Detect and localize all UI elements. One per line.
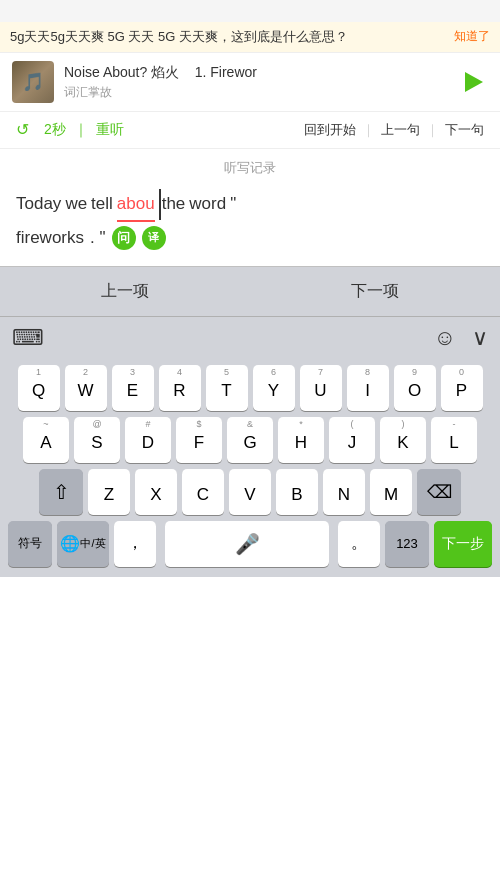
next-sentence[interactable]: 下一句: [445, 121, 484, 139]
key-h[interactable]: *H: [278, 417, 324, 463]
word-quote-open: ": [230, 189, 236, 220]
key-row-4: 符号🌐 中/英，🎤。123下一步: [4, 521, 496, 567]
key-y[interactable]: 6Y: [253, 365, 295, 411]
dictation-title: 听写记录: [16, 159, 484, 177]
shift-key[interactable]: ⇧: [39, 469, 83, 515]
status-bar: [0, 0, 500, 22]
key-v[interactable]: V: [229, 469, 271, 515]
word-today: Today: [16, 189, 61, 220]
key-o[interactable]: 9O: [394, 365, 436, 411]
key-k[interactable]: )K: [380, 417, 426, 463]
nav-controls: 回到开始 ｜ 上一句 ｜ 下一句: [304, 121, 484, 139]
word-word: word: [189, 189, 226, 220]
listen-again-button[interactable]: 重听: [96, 121, 124, 139]
comma-key[interactable]: ，: [114, 521, 156, 567]
audio-thumb-image: [12, 61, 54, 103]
key-w[interactable]: 2W: [65, 365, 107, 411]
play-icon: [465, 72, 483, 92]
dictation-line1: Today we tell abou the word ": [16, 189, 484, 222]
key-q[interactable]: 1Q: [18, 365, 60, 411]
prev-item-button[interactable]: 上一项: [81, 277, 169, 306]
emoji-icon[interactable]: ☺: [434, 325, 456, 351]
play-button[interactable]: [456, 66, 488, 98]
audio-title: Noise About? 焰火 1. Firewor: [64, 64, 456, 82]
language-key[interactable]: 🌐 中/英: [57, 521, 109, 567]
word-abou: abou: [117, 189, 155, 222]
key-t[interactable]: 5T: [206, 365, 248, 411]
key-row-2: ~A@S#D$F&G*H(J)K-L: [4, 417, 496, 463]
key-l[interactable]: -L: [431, 417, 477, 463]
audio-thumbnail: [12, 61, 54, 103]
word-the: the: [159, 189, 186, 220]
nav-sep2: ｜: [426, 121, 439, 139]
line2-punct: . ": [90, 228, 105, 248]
return-to-start[interactable]: 回到开始: [304, 121, 356, 139]
banner-link[interactable]: 知道了: [454, 28, 490, 45]
key-p[interactable]: 0P: [441, 365, 483, 411]
prev-sentence[interactable]: 上一句: [381, 121, 420, 139]
space-key[interactable]: 🎤: [165, 521, 329, 567]
audio-subtitle: 词汇掌故: [64, 84, 456, 101]
keyboard-right-icons: ☺ ∨: [434, 325, 488, 351]
dictation-line2: fireworks . " 问 译: [16, 226, 484, 250]
key-a[interactable]: ~A: [23, 417, 69, 463]
collapse-icon[interactable]: ∨: [472, 325, 488, 351]
key-b[interactable]: B: [276, 469, 318, 515]
next-step-key[interactable]: 下一步: [434, 521, 492, 567]
key-u[interactable]: 7U: [300, 365, 342, 411]
key-c[interactable]: C: [182, 469, 224, 515]
key-row-1: 1Q2W3E4R5T6Y7U8I9O0P: [4, 365, 496, 411]
word-tell: tell: [91, 189, 113, 220]
bottom-nav: 上一项 下一项: [0, 266, 500, 316]
key-n[interactable]: N: [323, 469, 365, 515]
key-r[interactable]: 4R: [159, 365, 201, 411]
keyboard: 1Q2W3E4R5T6Y7U8I9O0P ~A@S#D$F&G*H(J)K-L …: [0, 359, 500, 577]
key-e[interactable]: 3E: [112, 365, 154, 411]
replay-time: 2秒: [44, 121, 66, 139]
question-icon[interactable]: 问: [112, 226, 136, 250]
controls-row: ↺ 2秒 ｜ 重听 回到开始 ｜ 上一句 ｜ 下一句: [0, 112, 500, 149]
key-i[interactable]: 8I: [347, 365, 389, 411]
banner-text: 5g天天5g天天爽 5G 天天 5G 天天爽，这到底是什么意思？: [10, 28, 446, 46]
next-item-button[interactable]: 下一项: [331, 277, 419, 306]
audio-info: Noise About? 焰火 1. Firewor 词汇掌故: [64, 64, 456, 101]
keyboard-icon[interactable]: ⌨: [12, 325, 44, 351]
key-d[interactable]: #D: [125, 417, 171, 463]
period-key[interactable]: 。: [338, 521, 380, 567]
nav-sep1: ｜: [362, 121, 375, 139]
word-we: we: [65, 189, 87, 220]
notification-banner: 5g天天5g天天爽 5G 天天 5G 天天爽，这到底是什么意思？ 知道了: [0, 22, 500, 53]
key-x[interactable]: X: [135, 469, 177, 515]
symbols-key[interactable]: 符号: [8, 521, 52, 567]
translate-icon[interactable]: 译: [142, 226, 166, 250]
key-m[interactable]: M: [370, 469, 412, 515]
key-j[interactable]: (J: [329, 417, 375, 463]
key-z[interactable]: Z: [88, 469, 130, 515]
delete-key[interactable]: ⌫: [417, 469, 461, 515]
key-f[interactable]: $F: [176, 417, 222, 463]
keyboard-toolbar: ⌨ ☺ ∨: [0, 316, 500, 359]
key-g[interactable]: &G: [227, 417, 273, 463]
key-row-3: ⇧ZXCVBNM⌫: [4, 469, 496, 515]
word-fireworks: fireworks: [16, 228, 84, 248]
numbers-key[interactable]: 123: [385, 521, 429, 567]
key-s[interactable]: @S: [74, 417, 120, 463]
sep1: ｜: [74, 121, 88, 139]
dictation-section: 听写记录 Today we tell abou the word " firew…: [0, 149, 500, 266]
replay-icon: ↺: [16, 120, 36, 140]
audio-player: Noise About? 焰火 1. Firewor 词汇掌故: [0, 53, 500, 112]
